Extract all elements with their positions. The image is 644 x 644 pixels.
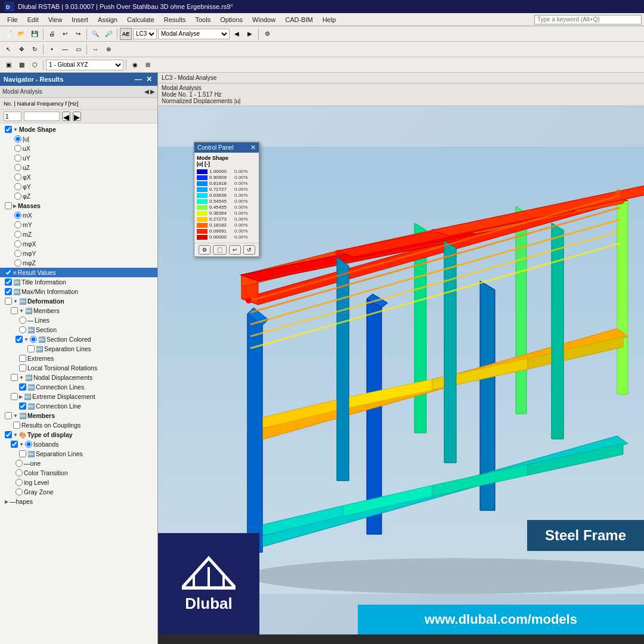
nav-next-btn[interactable]: ▶ (150, 88, 155, 95)
menu-results[interactable]: Results (159, 15, 191, 24)
tree-uy[interactable]: uY (0, 153, 157, 163)
settings-btn[interactable]: ⚙ (261, 28, 273, 40)
phiz-radio[interactable] (14, 193, 21, 200)
nav-prev-btn[interactable]: ◀ (144, 88, 149, 95)
tree-sep-lines-2[interactable]: 🔤 Separation Lines (0, 449, 157, 459)
next-result-btn[interactable]: ▶ (244, 28, 256, 40)
tree-phiz[interactable]: φZ (0, 191, 157, 201)
tree-section[interactable]: 🔤 Section (0, 325, 157, 335)
gray-zone-radio[interactable] (16, 488, 23, 496)
deformation-check[interactable] (5, 298, 12, 305)
new-btn[interactable]: 📄 (2, 28, 14, 40)
rotate-btn[interactable]: ↻ (29, 44, 41, 55)
load-case-select[interactable]: LC3 (133, 29, 157, 39)
render-btn[interactable]: ◉ (129, 59, 141, 71)
phiy-radio[interactable] (14, 183, 21, 190)
tree-section-colored[interactable]: ▼ 🔤 Section Colored (0, 335, 157, 344)
menu-tools[interactable]: Tools (190, 15, 215, 24)
menu-help[interactable]: Help (318, 15, 341, 24)
tree-isobands[interactable]: ▼ Isobands (0, 439, 157, 449)
menu-window[interactable]: Window (247, 15, 280, 24)
node-btn[interactable]: • (46, 44, 58, 55)
tree-ing-level[interactable]: ing Level (0, 478, 157, 487)
sep-lines-2-check[interactable] (19, 450, 26, 457)
tree-members-def[interactable]: ▼ 🔤 Members (0, 306, 157, 315)
tree-conn-lines[interactable]: 🔤 Connection Lines (0, 382, 157, 392)
menu-calculate[interactable]: Calculate (122, 15, 159, 24)
freq-next-btn[interactable]: ▶ (73, 112, 81, 121)
mz-radio[interactable] (14, 231, 21, 238)
menu-search-input[interactable] (534, 15, 642, 24)
section-colored-check[interactable] (16, 336, 23, 343)
phix-radio[interactable] (14, 174, 21, 181)
members-top-check[interactable] (5, 412, 12, 419)
maxmin-check[interactable] (5, 288, 12, 295)
tree-members-top[interactable]: ▼ 🔤 Members (0, 411, 157, 420)
tree-maxmin-info[interactable]: 🔤 Max/Min Information (0, 287, 157, 296)
mphiy-radio[interactable] (14, 250, 21, 257)
prev-result-btn[interactable]: ◀ (231, 28, 243, 40)
ux-radio[interactable] (14, 145, 21, 152)
tree-mz[interactable]: mZ (0, 230, 157, 239)
tree-u-abs[interactable]: |u| (0, 134, 157, 144)
tree-mphiz[interactable]: mφZ (0, 258, 157, 268)
freq-prev-btn[interactable]: ◀ (62, 112, 70, 121)
view-3d-btn[interactable]: ⬡ (29, 59, 41, 71)
mode-freq-input[interactable]: 1.517 (24, 112, 60, 121)
masses-check[interactable] (5, 202, 12, 209)
tree-gray-zone[interactable]: Gray Zone (0, 487, 157, 497)
tree-conn-line[interactable]: 🔤 Connection Line (0, 401, 157, 411)
nav-minimize-btn[interactable]: — (134, 75, 143, 83)
members-def-check[interactable] (11, 307, 18, 314)
move-btn[interactable]: ✥ (16, 44, 27, 55)
tree-results-couplings[interactable]: Results on Couplings (0, 420, 157, 430)
color-trans-radio[interactable] (16, 469, 23, 476)
tree-deformation[interactable]: ▼ 🔤 Deformation (0, 296, 157, 306)
sep-lines-1-check[interactable] (27, 345, 35, 352)
tree-title-info[interactable]: 🔤 Title Information (0, 277, 157, 287)
view-front-btn[interactable]: ▣ (2, 59, 14, 71)
conn-lines-check[interactable] (19, 383, 26, 391)
redo-btn[interactable]: ↪ (72, 28, 84, 40)
cp-btn1[interactable]: ⚙ (199, 245, 210, 255)
grid-btn[interactable]: ⊞ (142, 59, 154, 71)
result-values-check[interactable] (5, 269, 12, 276)
print-btn[interactable]: 🖨 (46, 28, 58, 40)
tree-masses[interactable]: ▶ Masses (0, 201, 157, 210)
undo-btn[interactable]: ↩ (59, 28, 71, 40)
isobands-check[interactable] (11, 441, 18, 448)
coord-system-select[interactable]: 1 - Global XYZ (46, 60, 123, 70)
tree-phiy[interactable]: φY (0, 182, 157, 191)
tree-extremes[interactable]: Extremes (0, 354, 157, 363)
ing-level-radio[interactable] (16, 479, 23, 486)
menu-insert[interactable]: Insert (67, 15, 93, 24)
view-side-btn[interactable]: ▩ (16, 59, 27, 71)
u-abs-radio[interactable] (14, 135, 21, 143)
results-couplings-check[interactable] (13, 422, 20, 429)
member-btn[interactable]: — (59, 44, 71, 55)
tree-tone[interactable]: —one (0, 459, 157, 468)
mphiz-radio[interactable] (14, 259, 21, 267)
tree-lines[interactable]: — Lines (0, 315, 157, 325)
tree-mphix[interactable]: mφX (0, 239, 157, 249)
zoom-in-btn[interactable]: 🔍 (89, 28, 101, 40)
tree-ux[interactable]: uX (0, 144, 157, 153)
lines-radio[interactable] (19, 317, 26, 324)
tree-mode-shape[interactable]: ▼ Mode Shape (0, 125, 157, 134)
extremes-check[interactable] (19, 355, 26, 362)
tree-color-transition[interactable]: Color Transition (0, 468, 157, 478)
tree-local-tors[interactable]: Local Torsional Rotations (0, 363, 157, 373)
tree-mx[interactable]: mX (0, 210, 157, 220)
menu-view[interactable]: View (44, 15, 67, 24)
select-btn[interactable]: ↖ (2, 44, 14, 55)
isobands-radio[interactable] (25, 441, 32, 448)
cp-close-btn[interactable]: ✕ (250, 144, 256, 151)
tree-mphiy[interactable]: mφY (0, 249, 157, 258)
save-btn[interactable]: 💾 (29, 28, 41, 40)
uy-radio[interactable] (14, 154, 21, 162)
tree-extreme-disp[interactable]: ▶ 🔤 Extreme Displacement (0, 392, 157, 401)
type-display-check[interactable] (5, 431, 12, 438)
dimension-btn[interactable]: ↔ (89, 44, 101, 55)
tree-type-display[interactable]: ▼ 🎨 Type of display (0, 430, 157, 439)
axis-btn[interactable]: ⊕ (103, 44, 114, 55)
